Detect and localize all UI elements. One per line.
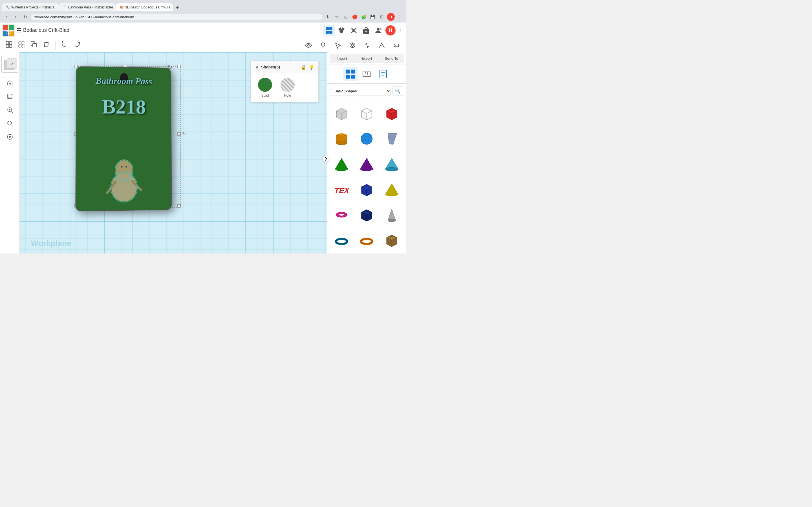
download-btn[interactable]: ⬇ [324, 13, 332, 21]
shape-item-text[interactable]: TEXT [329, 177, 354, 202]
svg-rect-81 [346, 69, 350, 73]
bulb-icon[interactable]: 💡 [309, 64, 314, 70]
shape-item-box[interactable] [329, 101, 354, 125]
extension-t-btn[interactable]: 🔴 [351, 13, 359, 21]
toolbox-btn[interactable] [361, 25, 372, 36]
right-grid-view-btn[interactable] [343, 67, 357, 81]
shape-icon-box-blue [358, 181, 375, 198]
community-btn[interactable] [336, 25, 347, 36]
shape-icon-box-red [384, 105, 400, 122]
right-view-icons [327, 65, 406, 83]
back-button[interactable]: ‹ [2, 13, 10, 21]
forward-button[interactable]: › [12, 13, 20, 21]
right-notes-view-btn[interactable] [376, 67, 390, 81]
user-avatar[interactable]: H [386, 25, 396, 36]
orientation-btn[interactable] [4, 131, 15, 143]
tab-2[interactable]: 📄 Bathroom Pass - Instructables ✕ [59, 3, 116, 11]
svg-rect-70 [177, 133, 181, 135]
shape-item-torus2[interactable] [329, 228, 354, 252]
shapes-search-button[interactable]: 🔍 [393, 87, 403, 96]
panel-toggle[interactable]: ❯ [322, 155, 329, 162]
target-btn[interactable] [346, 40, 359, 50]
extension-k-btn[interactable]: K [342, 13, 350, 21]
flip-btn[interactable] [361, 40, 373, 50]
zoom-out-btn[interactable] [4, 118, 15, 129]
tutorials-btn[interactable] [348, 25, 359, 36]
add-user-btn[interactable] [373, 25, 384, 36]
shape-item-box-red[interactable] [380, 101, 404, 125]
flip-icon [364, 42, 370, 49]
label-icon [393, 42, 400, 49]
bathroom-pass-card[interactable]: Bathroom Pass B218 [75, 66, 172, 211]
view-btn[interactable] [302, 40, 315, 50]
lock-icon[interactable]: 🔒 [301, 64, 306, 70]
right-ruler-view-btn[interactable] [360, 67, 374, 81]
svg-point-113 [388, 219, 396, 222]
shape-item-cone-blue[interactable] [380, 152, 404, 176]
extensions-btn[interactable]: 🧩 [360, 13, 368, 21]
canvas-object-wrapper[interactable]: ↻ Bathroom Pass B218 [76, 66, 172, 210]
svg-line-50 [11, 112, 13, 113]
shapes-dropdown[interactable]: Basic Shapes [330, 87, 391, 96]
shape-item-sphere[interactable] [355, 126, 378, 151]
shape-item-torus[interactable] [329, 203, 354, 227]
shape-item-ring-orange[interactable] [355, 228, 378, 252]
chrome-menu-btn[interactable]: ⊞ [378, 13, 386, 21]
tinkercad-logo[interactable]: TINKER CAD [2, 24, 15, 37]
shape-icon-cone-gray [384, 206, 400, 223]
delete-button[interactable] [41, 39, 52, 52]
label-btn[interactable] [390, 40, 403, 50]
fit-btn[interactable] [4, 91, 15, 102]
shapes-panel-collapse[interactable]: ∧ [255, 64, 259, 70]
toolbar-icons: H ⋮ [323, 25, 404, 36]
shape-icon-box-brown [384, 231, 400, 248]
fit-icon [7, 93, 13, 100]
mirror-btn[interactable] [375, 40, 388, 50]
new-tab-button[interactable]: + [174, 4, 181, 11]
save-btn[interactable]: 💾 [369, 13, 377, 21]
canvas-area[interactable]: Workplane ↻ ↻ [20, 52, 327, 253]
hamburger-menu[interactable]: ☰ [15, 25, 23, 36]
home-btn[interactable] [4, 77, 15, 89]
group-button[interactable] [3, 39, 15, 52]
shape-item-box-wire[interactable] [355, 101, 378, 125]
more-menu-btn[interactable]: ⋮ [397, 26, 404, 34]
redo-button[interactable] [71, 39, 83, 52]
profile-avatar[interactable]: H [387, 13, 395, 21]
card-room: B218 [77, 95, 171, 119]
cursor-btn[interactable] [332, 40, 344, 50]
ring-orange-svg [359, 232, 374, 248]
shape-item-lightning[interactable] [380, 126, 404, 151]
shape-item-cylinder[interactable] [329, 126, 354, 151]
send-to-button[interactable]: Send To [379, 54, 404, 63]
url-input[interactable] [31, 14, 322, 20]
export-button[interactable]: Export [354, 54, 379, 63]
zoom-in-btn[interactable] [4, 104, 15, 115]
svg-line-54 [11, 125, 13, 126]
copy-button[interactable] [28, 39, 40, 52]
reload-button[interactable]: ↻ [21, 13, 29, 21]
hole-type-item[interactable]: Hole [281, 78, 295, 98]
chrome-more-btn[interactable]: ⋮ [396, 13, 404, 21]
light-btn[interactable] [317, 40, 329, 50]
bookmark-btn[interactable]: ☆ [333, 13, 341, 21]
shape-item-cone-gray[interactable] [380, 203, 404, 227]
grid-view-btn[interactable] [323, 25, 335, 36]
shape-item-pyramid-yellow[interactable] [380, 177, 404, 202]
svg-rect-84 [351, 75, 355, 78]
solid-type-item[interactable]: Solid [258, 78, 272, 98]
shape-item-box-blue[interactable] [355, 177, 378, 202]
shape-item-box-brown[interactable] [380, 228, 404, 252]
shape-item-box-darkblue[interactable] [355, 203, 378, 227]
ungroup-button[interactable] [16, 39, 27, 52]
view-cube-svg: TOP [3, 57, 17, 71]
import-button[interactable]: Import [329, 54, 354, 63]
character-svg [96, 153, 152, 205]
shape-item-pyramid-green[interactable] [329, 152, 354, 176]
tab-3[interactable]: 🎨 3D design Bodacious Crift-Bla... ✕ [116, 3, 172, 11]
view-cube[interactable]: TOP [1, 56, 18, 73]
undo-button[interactable] [59, 39, 70, 52]
svg-point-14 [340, 27, 341, 29]
shape-item-pyramid-purple[interactable] [355, 152, 378, 176]
tab-1[interactable]: 🔧 Winterh's Projects - Instructa... ✕ [2, 3, 59, 11]
